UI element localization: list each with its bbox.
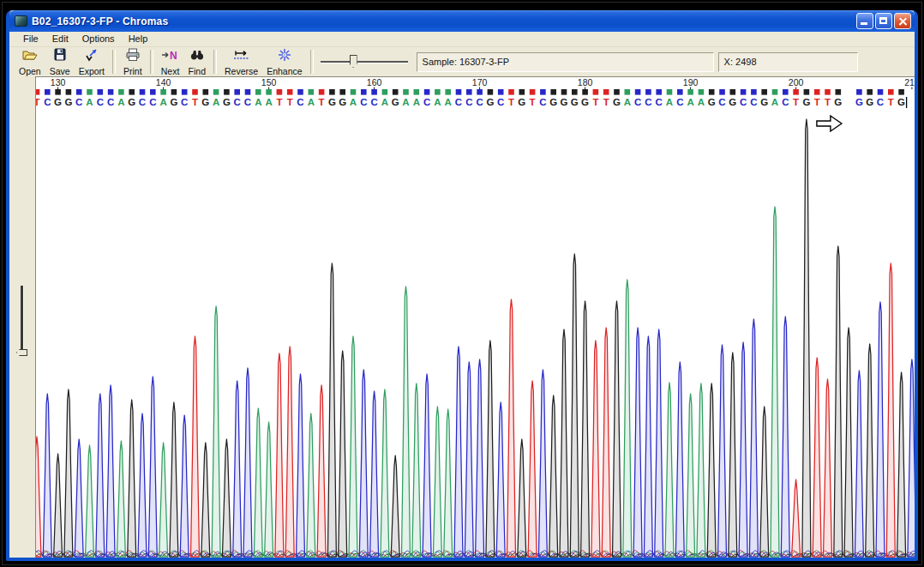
position-ruler: 130140150160170180190200210 [51,77,915,89]
base-letter: T [603,97,609,107]
zoom-slider[interactable] [319,52,410,71]
trace-peak [96,394,105,557]
base-letter: C [718,97,725,107]
print-button[interactable]: Print [119,48,147,75]
next-button[interactable]: N Next [157,48,184,75]
next-label: Next [161,66,180,76]
trace-peak [138,413,147,557]
base-letter: T [508,97,514,107]
quality-square [66,89,72,95]
base-letter: C [465,97,472,107]
quality-square [266,89,272,95]
export-button[interactable]: Export [75,48,109,75]
trace-peak [528,381,537,557]
toolbar-separator [112,50,116,74]
base-letter: C [782,97,789,107]
base-letter: G [201,97,209,107]
base-letter: G [708,97,716,107]
open-button[interactable]: Open [15,48,45,75]
vertical-scale-slider-thumb[interactable] [16,349,27,356]
quality-square [224,89,230,95]
quality-square [814,89,820,95]
base-letter: G [802,97,810,107]
close-button[interactable] [894,13,911,29]
trace-peak [64,389,73,557]
base-letter: A [434,97,441,107]
base-letter: G [549,97,557,107]
zoom-slider-thumb[interactable] [350,55,357,68]
enhance-button[interactable]: Enhance [262,48,306,75]
menu-help[interactable]: Help [122,33,155,45]
export-arrow-icon [83,48,100,65]
trace-peak [518,439,526,557]
trace-peak [339,351,347,557]
find-button[interactable]: Find [184,48,210,75]
trace-peak [908,359,915,557]
menu-bar: File Edit Options Help [9,32,915,47]
base-letter: A [402,97,409,107]
trace-peak [307,413,315,557]
quality-square [625,89,631,95]
enhance-sparkle-icon [276,48,293,65]
toolbar-separator [310,50,314,74]
trace-peak [285,347,294,557]
base-letter: G [339,97,346,107]
quality-square [287,89,293,95]
menu-file[interactable]: File [16,33,45,45]
trace-peak [876,302,885,557]
base-letter: T [825,97,831,107]
quality-square [614,89,620,95]
base-letter: A [698,97,705,107]
title-bar[interactable]: B02_16307-3-FP - Chromas [9,10,915,32]
reverse-label: Reverse [225,66,258,76]
trace-peak [897,372,906,557]
quality-square [192,89,198,95]
trace-peak [507,299,516,557]
base-letter: C [75,97,82,107]
save-button[interactable]: Save [45,48,75,75]
ruler-number: 150 [261,77,277,87]
trace-peak [75,439,83,557]
base-letter: A [159,97,166,107]
base-letter: T [276,97,282,107]
trace-peak [370,391,379,557]
open-label: Open [19,66,41,76]
trace-peak [538,370,547,557]
base-letter: G [328,97,336,107]
base-letter: G [729,97,736,107]
minimize-icon [861,22,867,25]
reverse-button[interactable]: Reverse [220,48,262,75]
maximize-button[interactable] [875,13,892,29]
trace-peak [117,441,125,557]
base-letter: A [213,97,219,107]
menu-options[interactable]: Options [75,33,122,45]
base-letter: C [360,97,367,107]
base-letter: C [97,97,104,107]
quality-square [351,89,357,95]
quality-square [245,89,251,95]
base-letter: G [54,97,62,107]
reverse-arrow-icon [232,48,251,65]
trace-peak [781,317,789,557]
base-letter: C [149,97,156,107]
trace-peak [760,407,769,557]
quality-square [582,89,588,95]
quality-square [424,89,430,95]
trace-peak [86,445,94,557]
quality-square [129,89,135,95]
base-letter: G [866,97,873,107]
minimize-button[interactable] [856,13,873,29]
quality-square [76,89,82,95]
quality-square [277,89,283,95]
trace-peak [866,344,874,557]
base-letter: A [624,97,631,107]
trace-peak [275,353,284,557]
trace-peak [243,368,252,557]
vertical-scale-slider-track [21,286,24,353]
menu-edit[interactable]: Edit [45,33,75,45]
trace-peak [549,395,558,557]
trace-peak [201,443,210,557]
chromatogram-canvas[interactable]: TCGGCACCAGCCAGCTGAGCCAATTCATGGACCAGAACAA… [35,76,915,558]
base-letter: G [834,97,842,107]
sample-field: Sample: 16307-3-FP [417,52,714,72]
